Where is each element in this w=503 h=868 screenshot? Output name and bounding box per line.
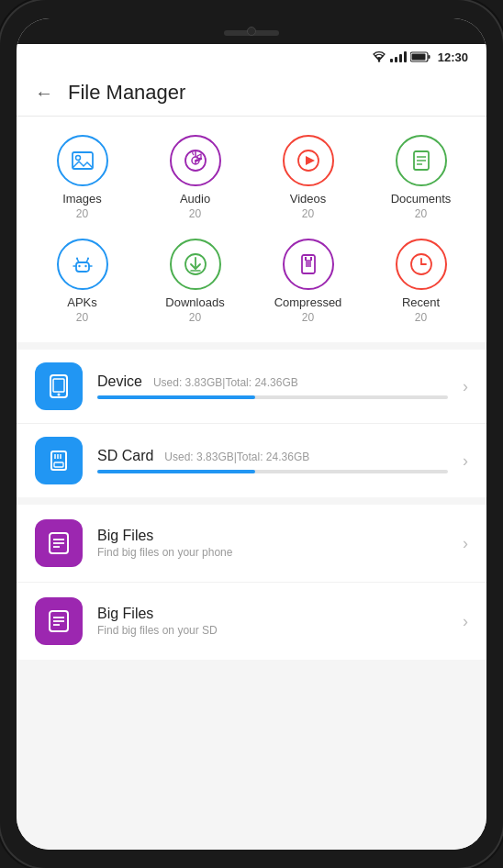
compressed-icon-wrapper	[283, 239, 334, 290]
svg-rect-48	[54, 462, 63, 467]
sdcard-svg-icon	[45, 447, 73, 474]
device-used: Used: 3.83GB|Total: 24.36GB	[153, 376, 298, 389]
device-bar-fill	[97, 395, 255, 399]
downloads-count: 20	[189, 311, 201, 324]
videos-count: 20	[302, 207, 314, 220]
bigfiles-sd-icon	[35, 597, 83, 645]
device-label: Device	[97, 373, 142, 390]
audio-label: Audio	[180, 192, 210, 206]
svg-point-5	[75, 156, 80, 161]
category-item-documents[interactable]: Documents 20	[364, 135, 477, 220]
images-icon-wrapper	[57, 135, 108, 186]
compressed-count: 20	[302, 311, 314, 324]
videos-icon-wrapper	[283, 135, 334, 186]
svg-rect-4	[73, 152, 93, 169]
svg-marker-14	[306, 156, 315, 165]
device-storage-info: Device Used: 3.83GB|Total: 24.36GB	[97, 373, 448, 399]
storage-item-device[interactable]: Device Used: 3.83GB|Total: 24.36GB ›	[17, 350, 486, 424]
svg-point-25	[76, 258, 78, 260]
apks-icon-wrapper	[57, 239, 108, 290]
battery-icon	[410, 51, 430, 62]
device-bar-bg	[97, 395, 448, 399]
sdcard-storage-info: SD Card Used: 3.83GB|Total: 24.36GB	[97, 448, 448, 473]
documents-label: Documents	[391, 192, 452, 206]
svg-rect-3	[411, 54, 425, 61]
images-count: 20	[76, 207, 88, 220]
svg-rect-42	[53, 379, 64, 392]
wifi-icon	[372, 51, 386, 62]
sdcard-bar-bg	[97, 470, 448, 473]
category-item-videos[interactable]: Videos 20	[252, 135, 364, 220]
front-camera	[247, 27, 256, 36]
device-svg-icon	[45, 373, 73, 400]
recent-icon-wrapper	[396, 239, 447, 290]
videos-icon	[296, 148, 321, 173]
audio-count: 20	[189, 207, 201, 220]
sdcard-bar-fill	[97, 470, 255, 473]
bigfiles-sd-chevron-icon: ›	[463, 612, 468, 631]
storage-item-sdcard[interactable]: SD Card Used: 3.83GB|Total: 24.36GB ›	[17, 424, 486, 497]
bigfiles-sd-info: Big Files Find big files on your SD	[97, 606, 448, 637]
recent-label: Recent	[402, 295, 440, 309]
apks-label: APKs	[67, 295, 97, 309]
bigfiles-sd-svg	[45, 607, 73, 635]
svg-rect-2	[428, 55, 430, 59]
status-icons: 12:30	[372, 50, 468, 64]
status-time: 12:30	[438, 50, 468, 64]
device-icon	[35, 362, 83, 410]
downloads-icon-wrapper	[170, 239, 221, 290]
category-grid: Images 20	[26, 135, 477, 324]
bigfiles-phone-info: Big Files Find big files on your phone	[97, 528, 448, 559]
compressed-label: Compressed	[274, 295, 342, 309]
page-title: File Manager	[68, 81, 185, 105]
sdcard-used: Used: 3.83GB|Total: 24.36GB	[164, 451, 309, 463]
svg-point-21	[84, 265, 86, 267]
svg-point-20	[78, 265, 80, 267]
bigfiles-section: Big Files Find big files on your phone ›	[17, 505, 486, 660]
status-bar: 12:30	[17, 44, 486, 70]
images-label: Images	[62, 192, 102, 206]
downloads-icon	[183, 251, 208, 277]
sdcard-label: SD Card	[97, 448, 153, 464]
apks-count: 20	[76, 311, 88, 324]
svg-line-26	[86, 259, 88, 262]
documents-count: 20	[415, 207, 427, 220]
category-section: Images 20	[17, 117, 486, 342]
bigfiles-phone-svg	[45, 529, 73, 557]
bigfiles-phone-item[interactable]: Big Files Find big files on your phone ›	[17, 505, 486, 583]
documents-icon-wrapper	[396, 135, 447, 186]
category-item-audio[interactable]: Audio 20	[139, 135, 252, 220]
svg-point-10	[195, 160, 198, 161]
svg-point-43	[58, 394, 61, 396]
sdcard-icon	[35, 437, 83, 484]
bigfiles-sd-subtitle: Find big files on your SD	[97, 624, 448, 637]
category-item-images[interactable]: Images 20	[26, 135, 139, 220]
bigfiles-phone-title: Big Files	[97, 528, 448, 544]
bigfiles-sd-item[interactable]: Big Files Find big files on your SD ›	[17, 583, 486, 660]
svg-point-0	[378, 60, 380, 61]
audio-icon	[183, 148, 208, 173]
category-item-downloads[interactable]: Downloads 20	[139, 239, 252, 324]
downloads-label: Downloads	[165, 295, 224, 309]
back-button[interactable]: ←	[35, 83, 53, 104]
apks-icon	[70, 251, 95, 277]
device-chevron-icon: ›	[463, 377, 468, 396]
images-icon	[70, 148, 95, 173]
documents-icon	[408, 148, 434, 173]
storage-section: Device Used: 3.83GB|Total: 24.36GB ›	[17, 350, 486, 497]
category-item-recent[interactable]: Recent 20	[364, 239, 477, 324]
bigfiles-phone-chevron-icon: ›	[463, 534, 468, 553]
main-content: Images 20	[17, 117, 486, 850]
category-item-compressed[interactable]: Compressed 20	[252, 239, 364, 324]
bigfiles-phone-icon	[35, 519, 83, 567]
sdcard-chevron-icon: ›	[463, 451, 468, 471]
bigfiles-sd-title: Big Files	[97, 606, 448, 622]
signal-icon	[390, 51, 407, 62]
top-bar: ← File Manager	[17, 70, 486, 117]
compressed-icon	[296, 251, 321, 277]
videos-label: Videos	[290, 192, 327, 206]
category-item-apks[interactable]: APKs 20	[26, 239, 139, 324]
recent-count: 20	[415, 311, 427, 324]
bigfiles-phone-subtitle: Find big files on your phone	[97, 546, 448, 559]
phone-frame: 12:30 ← File Manager	[0, 0, 503, 868]
